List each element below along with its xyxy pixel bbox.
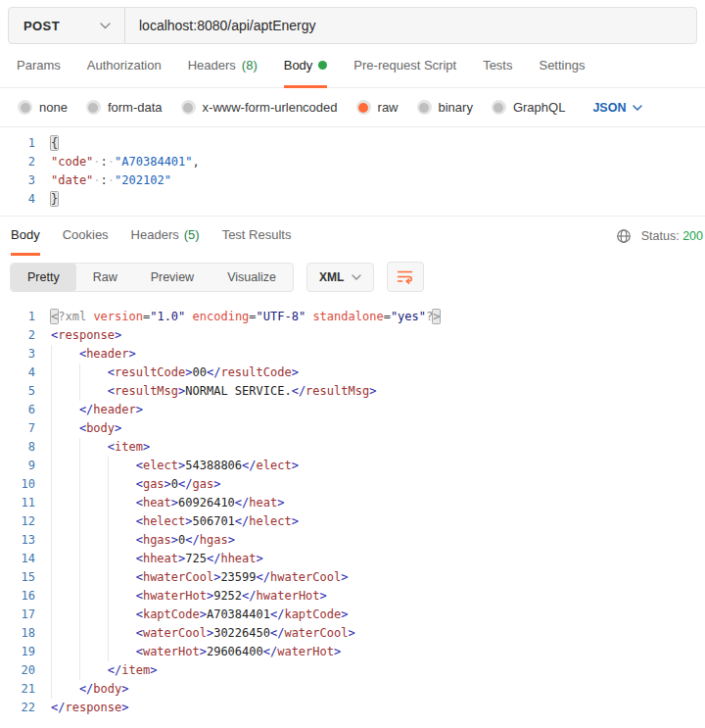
code-line-4: 4<resultCode>00</resultCode> bbox=[0, 364, 705, 382]
indent-guide bbox=[108, 494, 136, 512]
code-line-22: 22</response> bbox=[0, 699, 705, 717]
code-line-16: 16<hwaterHot>9252</hwaterHot> bbox=[0, 587, 705, 606]
view-switcher: PrettyRawPreviewVisualize bbox=[10, 263, 294, 292]
code-line-1: 1<?xml version="1.0" encoding="UTF-8" st… bbox=[0, 308, 705, 326]
indent-guide bbox=[79, 568, 108, 587]
format-selector[interactable]: XML bbox=[306, 263, 374, 292]
code-line-2: 2"code"·:·"A70384401", bbox=[0, 153, 705, 171]
line-number: 1 bbox=[0, 134, 51, 153]
body-type-form-data[interactable]: form-data bbox=[86, 100, 163, 115]
code-line-15: 15<hwaterCool>23599</hwaterCool> bbox=[0, 568, 705, 587]
view-raw[interactable]: Raw bbox=[76, 264, 134, 291]
tab-tests[interactable]: Tests bbox=[483, 44, 512, 88]
indent-guide bbox=[108, 643, 136, 661]
body-type-x-www-form-urlencoded[interactable]: x-www-form-urlencoded bbox=[181, 100, 338, 115]
tab-body[interactable]: Body bbox=[284, 44, 328, 88]
view-visualize[interactable]: Visualize bbox=[211, 264, 293, 291]
response-tab-cookies[interactable]: Cookies bbox=[63, 217, 109, 256]
indent-guide bbox=[51, 587, 79, 606]
globe-icon[interactable] bbox=[616, 228, 632, 244]
indent-guide bbox=[79, 550, 108, 568]
line-number: 12 bbox=[0, 512, 51, 531]
code-text: <hheat>725</hheat> bbox=[51, 550, 263, 568]
line-number: 14 bbox=[0, 550, 51, 568]
chevron-down-icon bbox=[352, 274, 361, 280]
indent-guide bbox=[79, 587, 108, 606]
line-number: 4 bbox=[0, 190, 51, 209]
postman-window: POST localhost:8080/api/aptEnergy Params… bbox=[0, 0, 705, 728]
code-line-10: 10<gas>0</gas> bbox=[0, 475, 705, 494]
language-label: JSON bbox=[592, 101, 626, 115]
method-selector[interactable]: POST bbox=[9, 8, 124, 43]
tab-label: Params bbox=[17, 58, 61, 73]
code-text: <elect>54388806</elect> bbox=[51, 457, 299, 475]
line-number: 8 bbox=[0, 438, 51, 457]
indent-guide bbox=[51, 512, 79, 531]
radio-label: raw bbox=[378, 100, 399, 115]
response-tab-body[interactable]: Body bbox=[11, 217, 40, 256]
tab-settings[interactable]: Settings bbox=[539, 44, 585, 88]
tab-label: Body bbox=[11, 227, 40, 242]
body-type-binary[interactable]: binary bbox=[417, 100, 473, 115]
body-type-none[interactable]: none bbox=[18, 100, 68, 115]
indent-guide bbox=[108, 624, 136, 643]
line-number: 17 bbox=[0, 606, 51, 624]
indent-guide bbox=[79, 475, 108, 494]
url-input[interactable]: localhost:8080/api/aptEnergy bbox=[125, 8, 696, 43]
code-line-17: 17<kaptCode>A70384401</kaptCode> bbox=[0, 606, 705, 624]
line-number: 22 bbox=[0, 699, 51, 717]
indent-guide bbox=[51, 606, 79, 624]
body-type-row: noneform-datax-www-form-urlencodedrawbin… bbox=[0, 88, 705, 127]
tab-params[interactable]: Params bbox=[17, 44, 61, 88]
language-selector[interactable]: JSON bbox=[592, 101, 642, 115]
body-type-graphql[interactable]: GraphQL bbox=[492, 100, 565, 115]
tab-pre-request-script[interactable]: Pre-request Script bbox=[353, 44, 456, 88]
status-area: Status: 200 bbox=[616, 217, 703, 255]
line-number: 10 bbox=[0, 475, 51, 494]
status-label: Status: 200 bbox=[641, 229, 703, 243]
request-body-editor[interactable]: 1{2"code"·:·"A70384401",3"date"·:·"20210… bbox=[0, 127, 705, 217]
status-code: 200 bbox=[682, 229, 703, 243]
wrap-text-button[interactable] bbox=[387, 262, 424, 292]
code-text: <item> bbox=[51, 438, 150, 457]
line-number: 16 bbox=[0, 587, 51, 606]
response-body-editor[interactable]: 1<?xml version="1.0" encoding="UTF-8" st… bbox=[0, 301, 705, 724]
body-type-raw[interactable]: raw bbox=[356, 100, 399, 115]
format-label: XML bbox=[319, 270, 344, 284]
chevron-down-icon bbox=[633, 105, 642, 111]
radio-icon bbox=[86, 100, 101, 115]
tab-authorization[interactable]: Authorization bbox=[87, 44, 162, 88]
tab-label: Authorization bbox=[87, 58, 162, 73]
indent-guide bbox=[51, 438, 79, 457]
code-text: <waterCool>30226450</waterCool> bbox=[51, 624, 355, 643]
indent-guide bbox=[79, 512, 108, 531]
indent-guide bbox=[79, 661, 108, 680]
line-number: 6 bbox=[0, 401, 51, 419]
code-text: </item> bbox=[51, 661, 157, 680]
line-number: 19 bbox=[0, 643, 51, 661]
indent-guide bbox=[108, 587, 136, 606]
line-number: 1 bbox=[0, 308, 51, 326]
indent-guide bbox=[51, 457, 79, 475]
body-set-dot bbox=[318, 61, 327, 70]
code-text: </response> bbox=[51, 699, 128, 717]
response-tab-test-results[interactable]: Test Results bbox=[222, 217, 292, 256]
indent-guide bbox=[79, 438, 108, 457]
view-pretty[interactable]: Pretty bbox=[11, 264, 76, 291]
indent-guide bbox=[51, 624, 79, 643]
line-number: 2 bbox=[0, 326, 51, 345]
indent-guide bbox=[79, 531, 108, 550]
line-number: 4 bbox=[0, 364, 51, 382]
code-line-5: 5<resultMsg>NORMAL SERVICE.</resultMsg> bbox=[0, 382, 705, 401]
tab-label: Body bbox=[284, 58, 313, 73]
code-line-11: 11<heat>60926410</heat> bbox=[0, 494, 705, 512]
code-line-3: 3<header> bbox=[0, 345, 705, 364]
tab-headers[interactable]: Headers(8) bbox=[188, 44, 258, 88]
indent-guide bbox=[108, 457, 136, 475]
view-preview[interactable]: Preview bbox=[134, 264, 211, 291]
indent-guide bbox=[51, 568, 79, 587]
response-tab-headers[interactable]: Headers(5) bbox=[131, 217, 200, 256]
code-line-18: 18<waterCool>30226450</waterCool> bbox=[0, 624, 705, 643]
code-text: "code"·:·"A70384401", bbox=[51, 153, 200, 171]
line-number: 21 bbox=[0, 680, 51, 699]
